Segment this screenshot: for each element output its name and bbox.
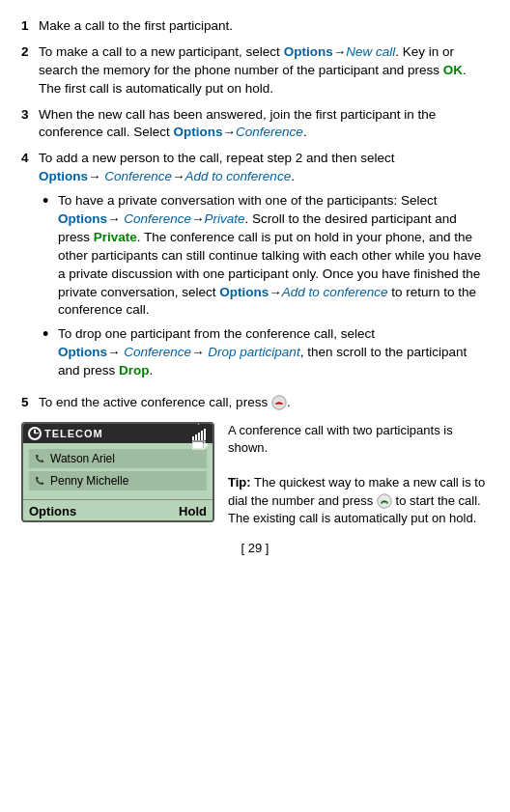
add-conf-label-b1: Add to conference [282,285,388,299]
contact-name-2: Penny Michelle [50,474,128,488]
conference-label-3: Conference [236,125,303,139]
options-label-b1: Options [58,211,107,226]
add-to-conference-label: Add to conference [185,169,292,183]
telecom-text: TELECOM [44,428,103,439]
tip-label: Tip: [228,475,251,490]
signal-bars [192,429,208,440]
bullet-1-content: To have a private conversation with one … [58,192,489,320]
end-call-icon [271,395,287,410]
step-num-1: 1 [21,17,39,36]
bullet-2: • To drop one participant from the confe… [42,325,489,380]
private-label: Private [205,211,245,226]
start-call-icon [377,493,392,509]
page-number: [ 29 ] [241,541,269,555]
options-label-4: Options [39,169,88,183]
phone-name-row-2: Penny Michelle [29,471,207,490]
step-2: 2 To make a call to a new participant, s… [21,43,489,98]
battery-icon [192,440,208,450]
step-5-content: To end the active conference call, press… [39,394,489,412]
options-label-b2: Options [58,345,107,359]
conference-label-4: Conference [104,169,172,183]
conference-caption: A conference call with two participants … [228,422,489,457]
drop-button-label: Drop [119,363,150,378]
softkey-options[interactable]: Options [29,504,76,518]
options-label: Options [284,44,333,59]
step-3-content: When the new call has been answered, joi… [39,106,489,143]
page-footer: [ 29 ] [21,541,489,555]
softkey-hold[interactable]: Hold [179,504,207,518]
bullet-list: • To have a private conversation with on… [42,192,489,380]
options-label-b1b: Options [219,285,269,299]
steps-list: 1 Make a call to the first participant. … [21,17,489,412]
bar-4 [201,431,203,440]
step-num-5: 5 [21,394,39,412]
bullet-dot-2: • [42,324,58,346]
phone-screen: TELECOM [21,422,214,522]
options-label-3: Options [174,125,223,139]
step-4-content: To add a new person to the call, repeat … [39,150,489,386]
drop-participant-label: Drop participant [208,345,299,359]
tip-area: A conference call with two participants … [228,422,489,527]
bullet-1: • To have a private conversation with on… [42,192,489,320]
ok-label: OK [443,63,463,77]
bar-3 [198,433,200,440]
conference-label-b2: Conference [124,345,191,359]
clock-hand-minute [35,433,39,434]
step-5: 5 To end the active conference call, pre… [21,394,489,412]
phone-softkeys: Options Hold [23,499,212,520]
step-1-content: Make a call to the first participant. [39,17,489,36]
svg-rect-1 [193,422,196,423]
step-num-3: 3 [21,106,39,125]
phone-call-icon-1 [34,453,45,464]
phone-area: TELECOM [21,422,489,527]
phone-call-icon-2 [34,475,45,487]
phone-status-left: TELECOM [28,427,103,440]
contact-name-1: Watson Ariel [50,452,115,465]
clock-icon [28,427,42,440]
step-3: 3 When the new call has been answered, j… [21,106,489,143]
phone-body: Watson Ariel Penny Michelle [23,443,212,499]
phone-status-bar: TELECOM [23,424,212,443]
bullet-2-content: To drop one participant from the confere… [58,325,489,380]
phone-status-right [192,422,208,452]
phone-name-row-1: Watson Ariel [29,449,207,468]
step-num-2: 2 [21,43,39,62]
step-1: 1 Make a call to the first participant. [21,17,489,36]
conference-label-b1: Conference [124,211,191,226]
svg-rect-4 [193,442,203,448]
new-call-label: New call [346,44,395,59]
volume-icon [192,422,204,427]
step-num-4: 4 [21,150,39,168]
step-4: 4 To add a new person to the call, repea… [21,150,489,386]
private-button-label: Private [94,230,137,244]
bullet-dot-1: • [42,191,58,212]
svg-rect-3 [206,443,208,447]
bar-5 [204,429,206,440]
tip-text: Tip: The quickest way to make a new call… [228,474,489,527]
step-2-content: To make a call to a new participant, sel… [39,43,489,98]
